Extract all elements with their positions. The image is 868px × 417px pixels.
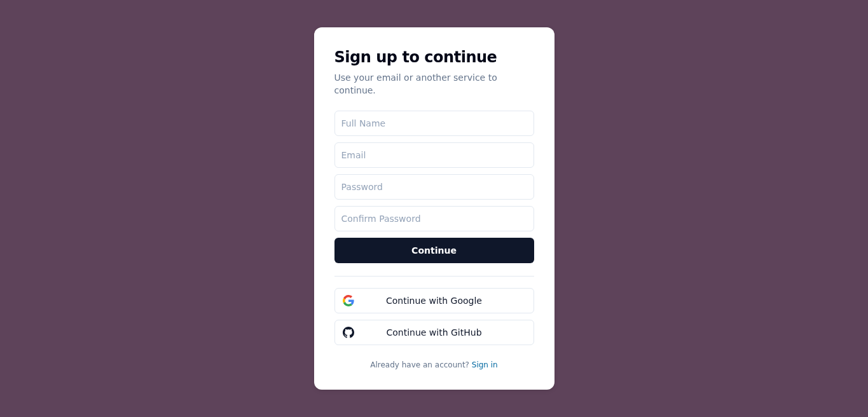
full-name-field[interactable] — [334, 111, 534, 136]
page-title: Sign up to continue — [334, 48, 534, 67]
continue-with-github-button[interactable]: Continue with GitHub — [334, 320, 534, 345]
signup-card: Sign up to continue Use your email or an… — [314, 27, 555, 390]
password-field[interactable] — [334, 174, 534, 200]
signup-form: Continue — [334, 111, 534, 263]
github-icon — [343, 327, 354, 338]
footer-text: Already have an account? Sign in — [334, 360, 534, 369]
confirm-password-field[interactable] — [334, 206, 534, 231]
continue-button[interactable]: Continue — [334, 238, 534, 263]
github-button-label: Continue with GitHub — [386, 327, 481, 338]
divider — [334, 276, 534, 277]
google-button-label: Continue with Google — [386, 296, 482, 306]
footer-prompt: Already have an account? — [370, 360, 472, 369]
email-field[interactable] — [334, 142, 534, 168]
sign-in-link[interactable]: Sign in — [472, 360, 498, 369]
continue-with-google-button[interactable]: Continue with Google — [334, 288, 534, 313]
google-icon — [343, 295, 354, 306]
page-subtitle: Use your email or another service to con… — [334, 71, 534, 97]
